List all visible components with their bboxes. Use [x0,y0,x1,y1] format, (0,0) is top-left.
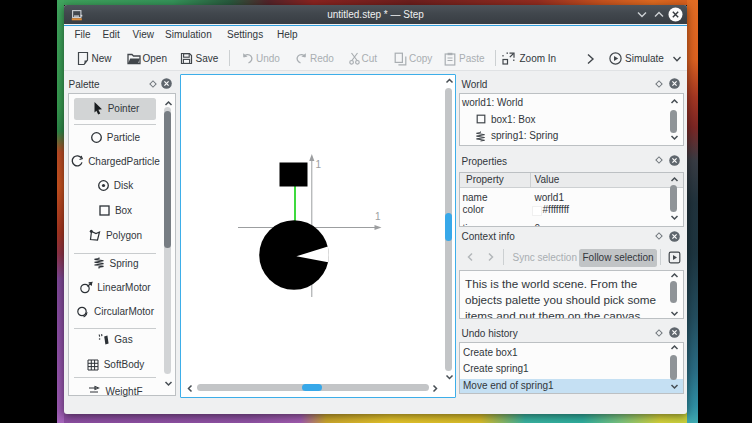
svg-text:1: 1 [375,211,381,222]
svg-text:1: 1 [316,159,322,170]
